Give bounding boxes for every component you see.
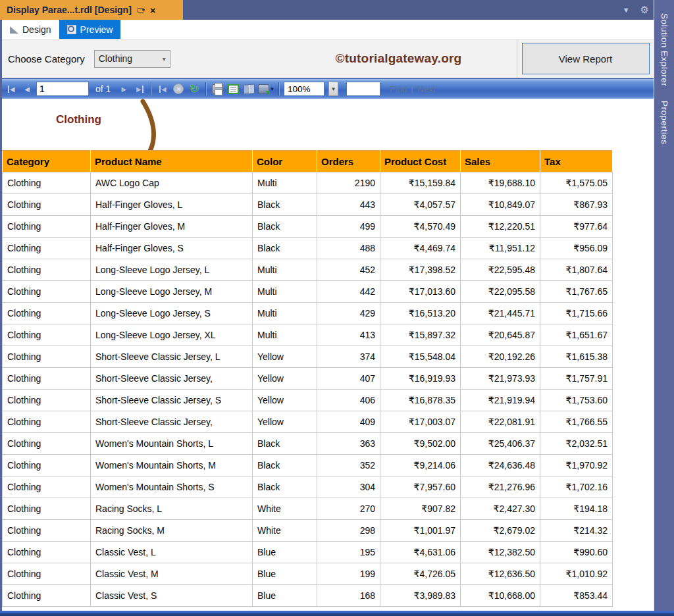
table-row: ClothingLong-Sleeve Logo Jersey, SMulti4… (3, 303, 613, 324)
table-cell: ₹1,715.66 (540, 303, 613, 324)
next-link[interactable]: Next (417, 84, 436, 94)
table-cell: ₹907.82 (380, 498, 461, 520)
table-cell: Clothing (3, 368, 91, 390)
table-cell: 352 (317, 455, 380, 476)
table-cell: Long-Sleeve Logo Jersey, S (91, 303, 253, 324)
table-cell: Clothing (3, 498, 91, 520)
table-cell: 304 (317, 476, 380, 498)
find-text-input[interactable] (346, 82, 380, 96)
table-cell: ₹22,595.48 (461, 259, 540, 281)
find-link[interactable]: Find (390, 84, 407, 94)
choose-category-label: Choose Category (8, 53, 85, 64)
table-cell: Racing Socks, M (91, 520, 253, 542)
table-cell: ₹20,192.26 (461, 346, 540, 368)
table-cell: Long-Sleeve Logo Jersey, XL (91, 324, 253, 346)
table-cell: ₹15,159.84 (380, 172, 461, 194)
close-icon[interactable]: × (150, 5, 156, 15)
table-cell: Clothing (3, 216, 91, 238)
table-cell: 199 (317, 563, 380, 585)
print-layout-button[interactable] (226, 82, 240, 96)
table-cell: Black (253, 238, 317, 259)
table-cell: Classic Vest, S (91, 585, 253, 607)
page-setup-button[interactable] (242, 82, 255, 96)
previous-page-button[interactable]: ◀ (20, 82, 34, 96)
sidebar-tab-solution-explorer[interactable]: Solution Explorer (660, 9, 669, 90)
table-cell: ₹21,973.93 (461, 368, 540, 390)
table-cell: ₹1,651.67 (540, 324, 613, 346)
document-tab[interactable]: Display Parae...t.rdl [Design] × (0, 0, 183, 20)
main-panel: Design Preview Choose Category Clothing … (0, 20, 654, 611)
table-row: ClothingWomen's Mountain Shorts, SBlack3… (3, 476, 613, 498)
table-cell: ₹1,615.38 (540, 346, 613, 368)
header-product-name: Product Name (91, 151, 253, 172)
table-cell: ₹17,013.60 (380, 281, 461, 303)
table-cell: Clothing (3, 542, 91, 563)
table-cell: ₹1,767.65 (540, 281, 613, 303)
sidebar-tab-properties[interactable]: Properties (660, 97, 669, 149)
tab-preview[interactable]: Preview (59, 20, 121, 39)
print-icon (212, 84, 223, 94)
table-row: ClothingHalf-Finger Gloves, LBlack443₹4,… (3, 194, 613, 216)
table-cell: ₹2,032.51 (540, 433, 613, 455)
report-table: Category Product Name Color Orders Produ… (2, 150, 613, 607)
next-page-button[interactable]: ▶ (117, 82, 130, 96)
toolbar-separator (278, 82, 279, 95)
export-dropdown-icon[interactable]: ▾ (271, 86, 274, 92)
table-row: ClothingRacing Socks, MWhite298₹1,001.97… (3, 520, 613, 542)
titlebar: Display Parae...t.rdl [Design] × ▼ ⚙ (0, 0, 674, 20)
table-cell: Multi (253, 259, 317, 281)
table-cell: Long-Sleeve Logo Jersey, L (91, 259, 253, 281)
table-cell: ₹194.18 (540, 498, 613, 520)
table-cell: Clothing (3, 585, 91, 607)
tab-design[interactable]: Design (2, 20, 59, 39)
header-tax: Tax (540, 151, 613, 172)
table-cell: Short-Sleeve Classic Jersey, (91, 411, 253, 433)
table-row: ClothingHalf-Finger Gloves, MBlack499₹4,… (3, 216, 613, 238)
table-cell: Long-Sleeve Logo Jersey, M (91, 281, 253, 303)
zoom-dropdown-icon[interactable]: ▾ (328, 82, 338, 96)
table-cell: Blue (253, 585, 317, 607)
table-cell: ₹1,001.97 (380, 520, 461, 542)
category-dropdown[interactable]: Clothing ▾ (94, 50, 170, 68)
stop-rendering-button[interactable]: × (172, 82, 185, 96)
view-report-button[interactable]: View Report (522, 43, 650, 74)
refresh-button[interactable]: ↻ (188, 82, 201, 96)
parent-report-button[interactable]: ◀ (156, 82, 169, 96)
table-cell: Black (253, 216, 317, 238)
export-button[interactable]: ▾ (258, 82, 274, 96)
toolbar-separator (151, 82, 151, 95)
parent-report-icon: ◀ (159, 86, 167, 93)
table-row: ClothingAWC Logo CapMulti2190₹15,159.84₹… (3, 172, 613, 194)
table-cell: Clothing (3, 346, 91, 368)
table-cell: Blue (253, 542, 317, 563)
print-button[interactable] (211, 82, 224, 96)
table-cell: Clothing (3, 324, 91, 346)
chevron-down-icon[interactable]: ▼ (623, 6, 630, 14)
first-page-button[interactable]: ◀ (5, 82, 18, 96)
table-cell: Clothing (3, 172, 91, 194)
table-cell: Yellow (253, 411, 317, 433)
category-dropdown-value: Clothing (99, 53, 132, 64)
table-row: ClothingShort-Sleeve Classic Jersey,Yell… (3, 368, 613, 390)
last-page-icon: ▶ (136, 86, 143, 93)
table-cell: ₹2,427.30 (461, 498, 540, 520)
table-row: ClothingLong-Sleeve Logo Jersey, LMulti4… (3, 259, 613, 281)
header-product-cost: Product Cost (380, 151, 461, 172)
last-page-button[interactable]: ▶ (133, 82, 146, 96)
table-cell: ₹10,668.00 (461, 585, 540, 607)
table-cell: ₹990.60 (540, 542, 613, 563)
table-cell: Clothing (3, 433, 91, 455)
table-cell: 443 (317, 194, 380, 216)
table-cell: 499 (317, 216, 380, 238)
zoom-select[interactable]: 100% (284, 82, 324, 96)
table-row: ClothingClassic Vest, LBlue195₹4,631.06₹… (3, 542, 613, 563)
pin-icon[interactable] (137, 6, 145, 14)
gear-icon[interactable]: ⚙ (640, 4, 649, 16)
next-page-icon: ▶ (122, 86, 127, 93)
table-cell: ₹19,688.10 (461, 172, 540, 194)
page-number-input[interactable] (36, 82, 89, 96)
table-cell: ₹22,095.58 (461, 281, 540, 303)
table-cell: ₹16,919.93 (380, 368, 461, 390)
table-cell: ₹3,989.83 (380, 585, 461, 607)
table-cell: ₹15,548.04 (380, 346, 461, 368)
